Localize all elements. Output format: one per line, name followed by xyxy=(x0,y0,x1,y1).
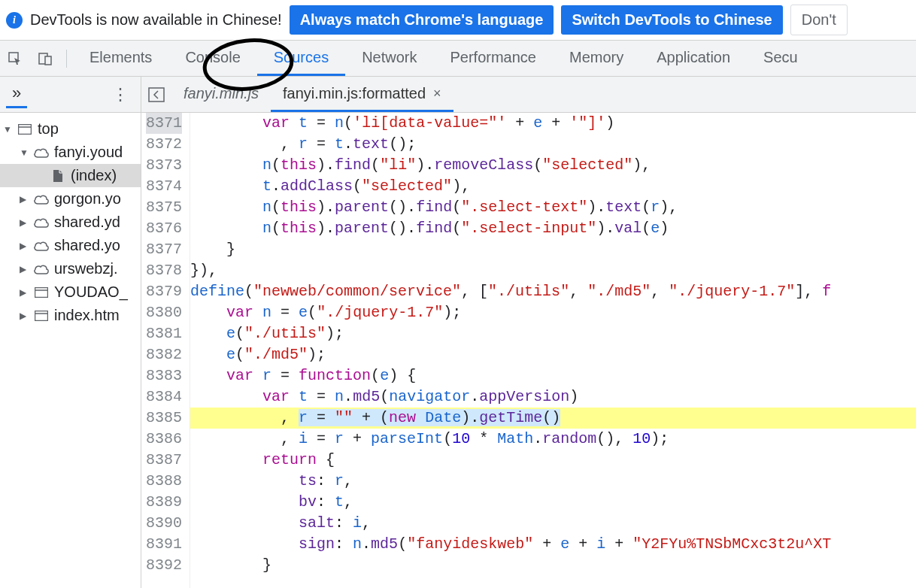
line-number[interactable]: 8382 xyxy=(146,344,182,365)
code-editor[interactable]: 8371837283738374837583768377837883798380… xyxy=(141,113,916,588)
cloud-icon xyxy=(33,239,50,253)
code-line[interactable]: , r = t.text(); xyxy=(190,134,916,155)
language-notification-bar: i DevTools is now available in Chinese! … xyxy=(0,0,916,41)
code-line[interactable]: n(this).parent().find(".select-input").v… xyxy=(190,218,916,239)
svg-rect-3 xyxy=(19,124,32,134)
tree-item[interactable]: ▶urswebzj. xyxy=(0,257,141,280)
navigator-toggle-icon[interactable] xyxy=(141,77,171,112)
code-line[interactable]: } xyxy=(190,239,916,260)
file-tab[interactable]: fanyi.min.js xyxy=(171,77,271,112)
code-line[interactable]: }), xyxy=(190,260,916,281)
line-number[interactable]: 8392 xyxy=(146,555,182,576)
panel-tab-console[interactable]: Console xyxy=(168,41,256,76)
tree-item-label: (index) xyxy=(71,167,117,184)
match-chrome-language-button[interactable]: Always match Chrome's language xyxy=(290,5,554,35)
line-number[interactable]: 8380 xyxy=(146,302,182,323)
line-number[interactable]: 8383 xyxy=(146,365,182,386)
code-line[interactable]: e("./utils"); xyxy=(190,323,916,344)
tree-item-label: fanyi.youd xyxy=(54,144,123,161)
panel-tab-network[interactable]: Network xyxy=(345,41,433,76)
line-number[interactable]: 8374 xyxy=(146,176,182,197)
line-number[interactable]: 8389 xyxy=(146,492,182,513)
code-line[interactable]: var t = n.md5(navigator.appVersion) xyxy=(190,386,916,408)
tree-caret-icon[interactable]: ▶ xyxy=(20,287,29,298)
sidebar-tab-strip: » ⋮ xyxy=(0,77,141,113)
panel-tab-sources[interactable]: Sources xyxy=(257,41,345,76)
tree-caret-icon[interactable]: ▶ xyxy=(20,217,29,228)
sources-content: fanyi.min.jsfanyi.min.js:formatted× 8371… xyxy=(141,77,916,588)
sources-sidebar: » ⋮ ▼top▼fanyi.youd(index)▶gorgon.yo▶sha… xyxy=(0,77,141,588)
tree-item-label: YOUDAO_ xyxy=(54,283,128,301)
line-number[interactable]: 8378 xyxy=(146,260,182,281)
device-toolbar-icon[interactable] xyxy=(30,41,60,76)
tree-item[interactable]: (index) xyxy=(0,164,141,187)
code-line[interactable]: n(this).parent().find(".select-text").te… xyxy=(190,197,916,218)
window-icon xyxy=(33,286,50,299)
code-line[interactable]: t.addClass("selected"), xyxy=(190,176,916,197)
code-line[interactable]: sign: n.md5("fanyideskweb" + e + i + "Y2… xyxy=(190,534,916,555)
panel-tab-application[interactable]: Application xyxy=(640,41,747,76)
tree-item[interactable]: ▼fanyi.youd xyxy=(0,141,141,164)
code-line[interactable]: salt: i, xyxy=(190,513,916,534)
code-area[interactable]: var t = n('li[data-value="' + e + '"]') … xyxy=(190,113,916,588)
tree-item[interactable]: ▶gorgon.yo xyxy=(0,187,141,211)
tree-item[interactable]: ▶shared.yd xyxy=(0,211,141,234)
line-number[interactable]: 8377 xyxy=(146,239,182,260)
notification-text: DevTools is now available in Chinese! xyxy=(30,11,282,29)
close-icon[interactable]: × xyxy=(433,86,441,102)
code-line[interactable]: } xyxy=(190,555,916,576)
code-line[interactable]: , i = r + parseInt(10 * Math.random(), 1… xyxy=(190,429,916,450)
panel-tab-elements[interactable]: Elements xyxy=(73,41,168,76)
window-icon xyxy=(33,309,50,323)
sidebar-overflow-toggle[interactable]: » xyxy=(6,80,27,108)
code-line[interactable]: return { xyxy=(190,450,916,471)
tree-caret-icon[interactable]: ▼ xyxy=(3,124,12,135)
code-line[interactable]: e("./md5"); xyxy=(190,344,916,365)
panel-tab-secu[interactable]: Secu xyxy=(747,41,814,76)
code-line[interactable]: ts: r, xyxy=(190,471,916,492)
line-number[interactable]: 8390 xyxy=(146,513,182,534)
tree-item[interactable]: ▼top xyxy=(0,117,141,141)
line-number[interactable]: 8384 xyxy=(146,386,182,408)
open-file-tabs: fanyi.min.jsfanyi.min.js:formatted× xyxy=(141,77,916,113)
switch-devtools-chinese-button[interactable]: Switch DevTools to Chinese xyxy=(561,5,782,35)
line-number[interactable]: 8375 xyxy=(146,197,182,218)
panel-tab-performance[interactable]: Performance xyxy=(434,41,554,76)
line-number[interactable]: 8386 xyxy=(146,429,182,450)
tree-item-label: index.htm xyxy=(54,307,120,324)
line-number[interactable]: 8387 xyxy=(146,450,182,471)
sidebar-more-icon[interactable]: ⋮ xyxy=(106,82,135,108)
line-number[interactable]: 8376 xyxy=(146,218,182,239)
tree-caret-icon[interactable]: ▶ xyxy=(20,241,29,251)
tree-item[interactable]: ▶YOUDAO_ xyxy=(0,280,141,304)
code-line[interactable]: var t = n('li[data-value="' + e + '"]') xyxy=(190,113,916,134)
tree-item[interactable]: ▶shared.yo xyxy=(0,234,141,257)
tree-caret-icon[interactable]: ▼ xyxy=(20,147,29,158)
line-number[interactable]: 8391 xyxy=(146,534,182,555)
line-number[interactable]: 8373 xyxy=(146,155,182,176)
inspect-element-icon[interactable] xyxy=(0,41,30,76)
code-line[interactable]: define("newweb/common/service", ["./util… xyxy=(190,281,916,302)
tree-caret-icon[interactable]: ▶ xyxy=(20,194,29,205)
code-line[interactable]: n(this).find("li").removeClass("selected… xyxy=(190,155,916,176)
dont-switch-button[interactable]: Don't xyxy=(790,5,848,35)
code-line[interactable]: bv: t, xyxy=(190,492,916,513)
line-number[interactable]: 8372 xyxy=(146,134,182,155)
tree-caret-icon[interactable]: ▶ xyxy=(20,311,29,321)
line-number[interactable]: 8381 xyxy=(146,323,182,344)
code-line[interactable]: var n = e("./jquery-1.7"); xyxy=(190,302,916,323)
line-number[interactable]: 8371 xyxy=(146,113,182,134)
panel-tab-memory[interactable]: Memory xyxy=(553,41,640,76)
cloud-icon xyxy=(33,262,50,276)
line-number[interactable]: 8388 xyxy=(146,471,182,492)
file-tab-label: fanyi.min.js:formatted xyxy=(283,85,426,102)
tree-item[interactable]: ▶index.htm xyxy=(0,304,141,327)
tree-caret-icon[interactable]: ▶ xyxy=(20,264,29,274)
tree-item-label: gorgon.yo xyxy=(54,190,121,208)
line-number[interactable]: 8379 xyxy=(146,281,182,302)
line-number[interactable]: 8385 xyxy=(146,408,182,429)
code-line[interactable]: var r = function(e) { xyxy=(190,365,916,386)
file-tab[interactable]: fanyi.min.js:formatted× xyxy=(271,77,453,112)
code-line[interactable]: , r = "" + (new Date).getTime() xyxy=(190,408,916,429)
file-tab-label: fanyi.min.js xyxy=(184,85,259,102)
